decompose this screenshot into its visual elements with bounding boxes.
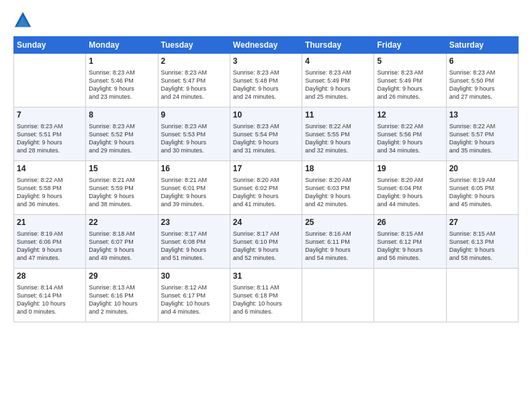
day-info: Sunrise: 8:11 AM Sunset: 6:18 PM Dayligh… <box>233 283 299 316</box>
calendar-cell: 3Sunrise: 8:23 AM Sunset: 5:48 PM Daylig… <box>230 54 302 107</box>
day-number: 29 <box>89 271 154 282</box>
day-number: 19 <box>377 163 443 175</box>
day-info: Sunrise: 8:23 AM Sunset: 5:52 PM Dayligh… <box>89 122 154 155</box>
day-info: Sunrise: 8:23 AM Sunset: 5:47 PM Dayligh… <box>161 68 227 101</box>
calendar-cell <box>14 54 86 107</box>
day-info: Sunrise: 8:21 AM Sunset: 6:01 PM Dayligh… <box>161 176 227 209</box>
day-number: 16 <box>161 163 227 175</box>
day-number: 13 <box>449 109 515 121</box>
calendar-cell: 25Sunrise: 8:16 AM Sunset: 6:11 PM Dayli… <box>302 215 374 269</box>
day-number: 3 <box>233 56 299 67</box>
day-number: 22 <box>89 217 154 228</box>
day-number: 9 <box>161 109 227 121</box>
calendar-cell: 2Sunrise: 8:23 AM Sunset: 5:47 PM Daylig… <box>158 54 230 107</box>
day-number: 25 <box>305 217 371 228</box>
calendar-cell: 5Sunrise: 8:23 AM Sunset: 5:49 PM Daylig… <box>374 54 446 107</box>
day-number: 5 <box>377 56 443 67</box>
calendar-cell: 4Sunrise: 8:23 AM Sunset: 5:49 PM Daylig… <box>302 54 374 107</box>
calendar-cell <box>302 269 374 322</box>
logo-icon <box>13 11 32 30</box>
day-info: Sunrise: 8:23 AM Sunset: 5:49 PM Dayligh… <box>377 68 443 101</box>
day-number: 15 <box>89 163 154 175</box>
calendar-cell: 8Sunrise: 8:23 AM Sunset: 5:52 PM Daylig… <box>86 107 158 161</box>
day-info: Sunrise: 8:21 AM Sunset: 5:59 PM Dayligh… <box>89 176 154 209</box>
weekday-header-tuesday: Tuesday <box>158 37 230 54</box>
day-info: Sunrise: 8:18 AM Sunset: 6:07 PM Dayligh… <box>89 230 154 263</box>
day-info: Sunrise: 8:13 AM Sunset: 6:16 PM Dayligh… <box>89 283 154 316</box>
day-number: 21 <box>17 217 83 228</box>
header-area <box>13 11 519 30</box>
calendar-page: SundayMondayTuesdayWednesdayThursdayFrid… <box>0 0 532 411</box>
day-number: 11 <box>305 109 371 121</box>
day-info: Sunrise: 8:15 AM Sunset: 6:12 PM Dayligh… <box>377 230 443 263</box>
calendar-cell: 29Sunrise: 8:13 AM Sunset: 6:16 PM Dayli… <box>86 269 158 322</box>
day-number: 23 <box>161 217 227 228</box>
day-info: Sunrise: 8:15 AM Sunset: 6:13 PM Dayligh… <box>449 230 515 263</box>
day-number: 14 <box>17 163 83 175</box>
day-info: Sunrise: 8:20 AM Sunset: 6:04 PM Dayligh… <box>377 176 443 209</box>
calendar-cell: 26Sunrise: 8:15 AM Sunset: 6:12 PM Dayli… <box>374 215 446 269</box>
weekday-header-saturday: Saturday <box>446 37 518 54</box>
day-info: Sunrise: 8:22 AM Sunset: 5:55 PM Dayligh… <box>305 122 371 155</box>
day-number: 12 <box>377 109 443 121</box>
calendar-week-row: 28Sunrise: 8:14 AM Sunset: 6:14 PM Dayli… <box>14 269 519 322</box>
day-info: Sunrise: 8:23 AM Sunset: 5:54 PM Dayligh… <box>233 122 299 155</box>
day-number: 17 <box>233 163 299 175</box>
calendar-week-row: 14Sunrise: 8:22 AM Sunset: 5:58 PM Dayli… <box>14 161 519 215</box>
weekday-header-sunday: Sunday <box>14 37 86 54</box>
weekday-header-friday: Friday <box>374 37 446 54</box>
day-info: Sunrise: 8:22 AM Sunset: 5:56 PM Dayligh… <box>377 122 443 155</box>
day-number: 8 <box>89 109 154 121</box>
day-info: Sunrise: 8:20 AM Sunset: 6:03 PM Dayligh… <box>305 176 371 209</box>
day-number: 2 <box>161 56 227 67</box>
calendar-cell: 14Sunrise: 8:22 AM Sunset: 5:58 PM Dayli… <box>14 161 86 215</box>
day-number: 1 <box>89 56 154 67</box>
day-info: Sunrise: 8:16 AM Sunset: 6:11 PM Dayligh… <box>305 230 371 263</box>
calendar-cell: 11Sunrise: 8:22 AM Sunset: 5:55 PM Dayli… <box>302 107 374 161</box>
calendar-cell <box>446 269 518 322</box>
day-info: Sunrise: 8:14 AM Sunset: 6:14 PM Dayligh… <box>17 283 83 316</box>
logo <box>13 11 35 30</box>
calendar-week-row: 7Sunrise: 8:23 AM Sunset: 5:51 PM Daylig… <box>14 107 519 161</box>
day-info: Sunrise: 8:19 AM Sunset: 6:06 PM Dayligh… <box>17 230 83 263</box>
calendar-cell: 19Sunrise: 8:20 AM Sunset: 6:04 PM Dayli… <box>374 161 446 215</box>
calendar-cell: 31Sunrise: 8:11 AM Sunset: 6:18 PM Dayli… <box>230 269 302 322</box>
day-number: 4 <box>305 56 371 67</box>
day-info: Sunrise: 8:17 AM Sunset: 6:10 PM Dayligh… <box>233 230 299 263</box>
day-info: Sunrise: 8:19 AM Sunset: 6:05 PM Dayligh… <box>449 176 515 209</box>
weekday-header-monday: Monday <box>86 37 158 54</box>
calendar-cell: 12Sunrise: 8:22 AM Sunset: 5:56 PM Dayli… <box>374 107 446 161</box>
day-info: Sunrise: 8:22 AM Sunset: 5:57 PM Dayligh… <box>449 122 515 155</box>
calendar-cell: 27Sunrise: 8:15 AM Sunset: 6:13 PM Dayli… <box>446 215 518 269</box>
calendar-cell: 10Sunrise: 8:23 AM Sunset: 5:54 PM Dayli… <box>230 107 302 161</box>
calendar-cell: 13Sunrise: 8:22 AM Sunset: 5:57 PM Dayli… <box>446 107 518 161</box>
calendar-cell: 15Sunrise: 8:21 AM Sunset: 5:59 PM Dayli… <box>86 161 158 215</box>
day-number: 10 <box>233 109 299 121</box>
day-info: Sunrise: 8:23 AM Sunset: 5:46 PM Dayligh… <box>89 68 154 101</box>
calendar-cell: 23Sunrise: 8:17 AM Sunset: 6:08 PM Dayli… <box>158 215 230 269</box>
calendar-cell: 21Sunrise: 8:19 AM Sunset: 6:06 PM Dayli… <box>14 215 86 269</box>
day-info: Sunrise: 8:23 AM Sunset: 5:48 PM Dayligh… <box>233 68 299 101</box>
calendar-cell: 22Sunrise: 8:18 AM Sunset: 6:07 PM Dayli… <box>86 215 158 269</box>
day-info: Sunrise: 8:17 AM Sunset: 6:08 PM Dayligh… <box>161 230 227 263</box>
calendar-cell <box>374 269 446 322</box>
day-number: 24 <box>233 217 299 228</box>
weekday-header-wednesday: Wednesday <box>230 37 302 54</box>
calendar-cell: 30Sunrise: 8:12 AM Sunset: 6:17 PM Dayli… <box>158 269 230 322</box>
day-number: 20 <box>449 163 515 175</box>
day-number: 7 <box>17 109 83 121</box>
weekday-header-row: SundayMondayTuesdayWednesdayThursdayFrid… <box>14 37 519 54</box>
day-info: Sunrise: 8:20 AM Sunset: 6:02 PM Dayligh… <box>233 176 299 209</box>
day-number: 6 <box>449 56 515 67</box>
day-number: 26 <box>377 217 443 228</box>
calendar-cell: 28Sunrise: 8:14 AM Sunset: 6:14 PM Dayli… <box>14 269 86 322</box>
calendar-cell: 1Sunrise: 8:23 AM Sunset: 5:46 PM Daylig… <box>86 54 158 107</box>
day-info: Sunrise: 8:22 AM Sunset: 5:58 PM Dayligh… <box>17 176 83 209</box>
day-number: 28 <box>17 271 83 282</box>
day-number: 30 <box>161 271 227 282</box>
calendar-cell: 16Sunrise: 8:21 AM Sunset: 6:01 PM Dayli… <box>158 161 230 215</box>
day-info: Sunrise: 8:23 AM Sunset: 5:49 PM Dayligh… <box>305 68 371 101</box>
day-info: Sunrise: 8:23 AM Sunset: 5:51 PM Dayligh… <box>17 122 83 155</box>
day-number: 31 <box>233 271 299 282</box>
day-info: Sunrise: 8:12 AM Sunset: 6:17 PM Dayligh… <box>161 283 227 316</box>
